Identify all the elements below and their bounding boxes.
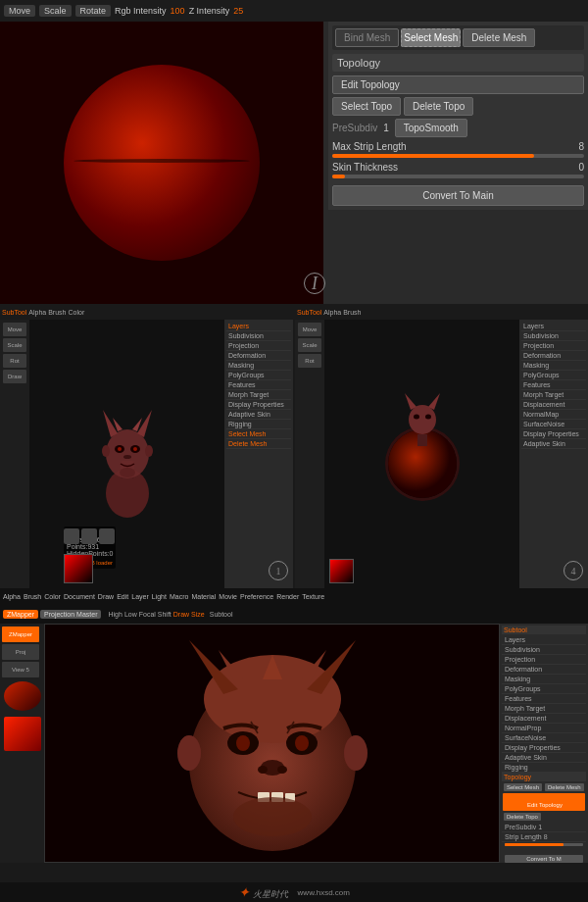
- brs-strip-slider[interactable]: [505, 843, 583, 846]
- bls-projection[interactable]: Proj: [2, 644, 39, 660]
- mr-display-props-item[interactable]: Display Properties: [521, 429, 586, 439]
- bls-view5[interactable]: View 5: [2, 662, 39, 677]
- bls-color-swatch[interactable]: [4, 717, 41, 751]
- mr-surface-noise-item[interactable]: SurfaceNoise: [521, 420, 586, 429]
- rotate-button[interactable]: Rotate: [75, 5, 112, 17]
- brs-adaptive-skin[interactable]: Adaptive Skin: [502, 753, 586, 763]
- mr-layers-item[interactable]: Layers: [521, 322, 586, 331]
- morph-target-item[interactable]: Morph Target: [226, 390, 291, 400]
- edit-topology-button[interactable]: Edit Topology: [332, 75, 584, 94]
- bt-alpha[interactable]: Alpha: [3, 593, 21, 600]
- mr-subdivision-item[interactable]: Subdivision: [521, 331, 586, 341]
- bt-macro[interactable]: Macro: [170, 593, 188, 600]
- bt-texture[interactable]: Texture: [302, 593, 324, 600]
- bind-mesh-button[interactable]: Bind Mesh: [335, 28, 399, 47]
- bt-draw[interactable]: Draw: [98, 593, 114, 600]
- brs-projection[interactable]: Projection: [502, 655, 586, 665]
- subdivision-item[interactable]: Subdivision: [226, 331, 291, 341]
- mid-left-tab-active[interactable]: SubTool: [2, 309, 26, 316]
- bottom-main-canvas[interactable]: [44, 624, 500, 863]
- brs-normalmap[interactable]: NormalProp: [502, 724, 586, 733]
- ml-btn3[interactable]: Rot: [3, 354, 26, 368]
- bt-render[interactable]: Render: [276, 593, 299, 600]
- brs-delete-topo[interactable]: Delete Topo: [504, 813, 541, 821]
- ml-btn4[interactable]: Draw: [3, 370, 26, 383]
- main-canvas[interactable]: [0, 22, 323, 304]
- brs-surface-noise[interactable]: SurfaceNoise: [502, 733, 586, 743]
- mr-btn2[interactable]: Scale: [298, 338, 321, 352]
- layers-item[interactable]: Layers: [226, 322, 291, 331]
- brs-select-mesh[interactable]: Select Mesh: [504, 783, 542, 791]
- mr-normalmap-item[interactable]: NormalMap: [521, 410, 586, 420]
- adaptive-skin-item[interactable]: Adaptive Skin: [226, 410, 291, 420]
- mr-deformation-item[interactable]: Deformation: [521, 351, 586, 361]
- mid-right-tab-active[interactable]: SubTool: [297, 309, 321, 316]
- zmapper-button[interactable]: ZMapper: [3, 610, 38, 619]
- select-topo-button[interactable]: Select Topo: [332, 97, 401, 116]
- masking-item[interactable]: Masking: [226, 361, 291, 371]
- brs-polygroups[interactable]: PolyGroups: [502, 684, 586, 694]
- delete-topo-button[interactable]: Delete Topo: [404, 97, 473, 116]
- mr-btn1[interactable]: Move: [298, 323, 321, 336]
- mr-color-picker[interactable]: [329, 559, 354, 583]
- scale-button[interactable]: Scale: [39, 5, 72, 17]
- select-mesh-item[interactable]: Select Mesh: [226, 429, 291, 439]
- display-props-item[interactable]: Display Properties: [226, 400, 291, 410]
- mid-left-canvas[interactable]: Tool Polys:5556 Points:931 HiddenPoints:…: [29, 320, 224, 588]
- info-symbol[interactable]: I: [304, 273, 325, 294]
- brs-masking[interactable]: Masking: [502, 675, 586, 684]
- mr-polygroups-item[interactable]: PolyGroups: [521, 371, 586, 380]
- brs-morph-target[interactable]: Morph Target: [502, 704, 586, 714]
- bls-zmapper[interactable]: ZMapper: [2, 626, 39, 642]
- bt-preference[interactable]: Preference: [240, 593, 273, 600]
- brs-subdivision[interactable]: Subdivision: [502, 645, 586, 655]
- brs-rigging[interactable]: Rigging: [502, 763, 586, 773]
- mid-right-canvas[interactable]: [324, 320, 519, 588]
- polygroups-item[interactable]: PolyGroups: [226, 371, 291, 380]
- brs-convert-btn[interactable]: Convert To M: [505, 855, 583, 863]
- delete-mesh-button[interactable]: Delete Mesh: [463, 28, 535, 47]
- bt-movie[interactable]: Movie: [219, 593, 237, 600]
- brush-icon-2[interactable]: [81, 528, 97, 544]
- ml-btn1[interactable]: Move: [3, 323, 26, 336]
- brush-icon-3[interactable]: [99, 528, 115, 544]
- color-picker-area[interactable]: [64, 554, 93, 583]
- mr-displacement-item[interactable]: Displacement: [521, 400, 586, 410]
- bt-layer[interactable]: Layer: [131, 593, 149, 600]
- select-mesh-button[interactable]: Select Mesh: [401, 28, 461, 47]
- mr-features-item[interactable]: Features: [521, 380, 586, 390]
- strip-length-track[interactable]: [332, 154, 584, 158]
- mr-btn3[interactable]: Rot: [298, 354, 321, 368]
- rigging-item[interactable]: Rigging: [226, 420, 291, 429]
- brs-display-props[interactable]: Display Properties: [502, 743, 586, 753]
- color-swatch[interactable]: [64, 554, 93, 583]
- brs-edit-topo-btn[interactable]: Edit Topology: [504, 801, 586, 809]
- projection-item[interactable]: Projection: [226, 341, 291, 351]
- mr-color-swatch[interactable]: [329, 559, 354, 583]
- deformation-item[interactable]: Deformation: [226, 351, 291, 361]
- brs-layers[interactable]: Layers: [502, 635, 586, 645]
- bt-material[interactable]: Material: [191, 593, 216, 600]
- bt-edit[interactable]: Edit: [117, 593, 128, 600]
- projection-master-button[interactable]: Projection Master: [40, 610, 101, 619]
- mr-masking-item[interactable]: Masking: [521, 361, 586, 371]
- bt-light[interactable]: Light: [152, 593, 167, 600]
- delete-mesh-item[interactable]: Delete Mesh: [226, 439, 291, 449]
- brs-delete-mesh[interactable]: Delete Mesh: [545, 783, 584, 791]
- brs-displacement[interactable]: Displacement: [502, 714, 586, 724]
- skin-thickness-track[interactable]: [332, 175, 584, 178]
- convert-to-main-button[interactable]: Convert To Main: [332, 185, 584, 206]
- brs-features[interactable]: Features: [502, 694, 586, 704]
- move-button[interactable]: Move: [4, 5, 35, 17]
- ml-btn2[interactable]: Scale: [3, 338, 26, 352]
- bt-brush[interactable]: Brush: [24, 593, 41, 600]
- features-item[interactable]: Features: [226, 380, 291, 390]
- bt-color[interactable]: Color: [44, 593, 61, 600]
- topo-smooth-button[interactable]: TopoSmooth: [395, 119, 467, 137]
- mr-projection-item[interactable]: Projection: [521, 341, 586, 351]
- mr-adaptive-skin-item[interactable]: Adaptive Skin: [521, 439, 586, 449]
- brs-deformation[interactable]: Deformation: [502, 665, 586, 675]
- mr-morph-target-item[interactable]: Morph Target: [521, 390, 586, 400]
- bt-document[interactable]: Document: [64, 593, 95, 600]
- brush-icon-1[interactable]: [64, 528, 79, 544]
